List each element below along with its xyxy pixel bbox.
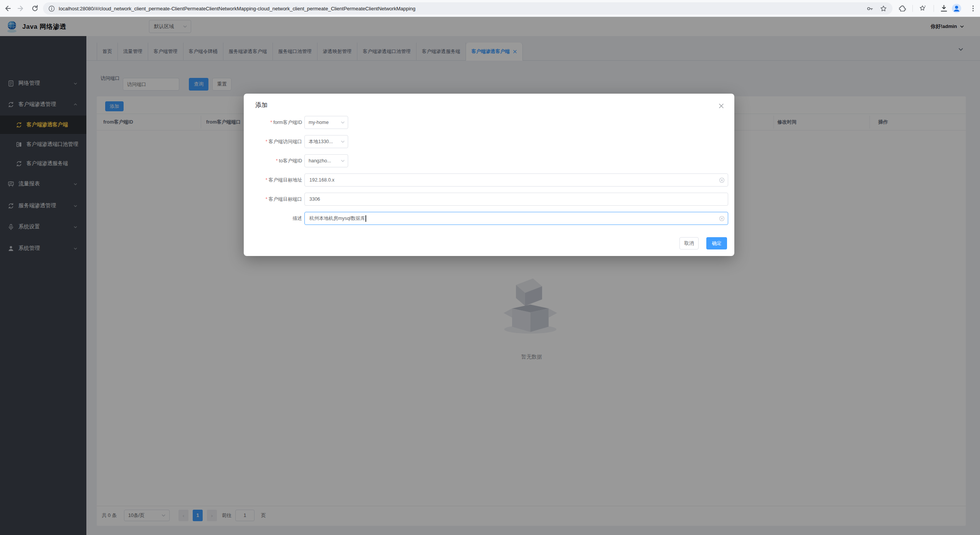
- url-text: localhost:28080/#/cloud_network_client_p…: [59, 6, 415, 12]
- field-label-form-client-id: *form客户端ID: [244, 116, 302, 129]
- chevron-down-icon: [340, 158, 345, 163]
- back-icon[interactable]: [3, 4, 12, 13]
- field-label-description: 描述: [244, 212, 302, 225]
- close-icon[interactable]: [718, 103, 724, 109]
- url-bar[interactable]: localhost:28080/#/cloud_network_client_p…: [43, 2, 892, 15]
- dialog-title: 添加: [255, 101, 268, 109]
- download-icon[interactable]: [940, 4, 948, 13]
- field-label-client-access-port: *客户端访问端口: [244, 135, 302, 148]
- divider: [934, 5, 934, 12]
- cancel-button[interactable]: 取消: [679, 237, 699, 249]
- profile-avatar[interactable]: [952, 3, 962, 13]
- confirm-button[interactable]: 确定: [706, 237, 727, 249]
- reload-icon[interactable]: [31, 4, 39, 13]
- client-target-address-input[interactable]: 192.168.0.x: [304, 173, 728, 187]
- kebab-menu-icon[interactable]: [969, 4, 977, 13]
- field-label-client-target-port: *客户端目标端口: [244, 193, 302, 206]
- clear-icon[interactable]: [719, 177, 725, 183]
- chevron-down-icon: [340, 120, 345, 125]
- client-access-port-select[interactable]: 本地1330...: [304, 135, 348, 148]
- key-icon[interactable]: [866, 5, 874, 12]
- browser-toolbar: localhost:28080/#/cloud_network_client_p…: [0, 0, 980, 17]
- sparkle-star-icon[interactable]: [919, 4, 927, 13]
- forward-icon[interactable]: [17, 4, 25, 13]
- text-cursor: [365, 215, 366, 222]
- site-info-icon[interactable]: [48, 5, 55, 12]
- description-input[interactable]: 杭州本地机房mysql数据库: [304, 212, 728, 225]
- field-label-to-client-id: *to客户端ID: [244, 154, 302, 167]
- clear-icon[interactable]: [719, 216, 725, 221]
- field-label-client-target-address: *客户端目标地址: [244, 173, 302, 187]
- chevron-down-icon: [340, 139, 345, 144]
- divider: [912, 5, 913, 12]
- to-client-id-select[interactable]: hangzho...: [304, 154, 348, 167]
- extensions-puzzle-icon[interactable]: [898, 4, 907, 13]
- client-target-port-input[interactable]: 3306: [304, 193, 728, 206]
- add-dialog: 添加 *form客户端ID my-home *客户端访问端口 本地1330...…: [244, 94, 734, 256]
- form-client-id-select[interactable]: my-home: [304, 116, 348, 129]
- screen: localhost:28080/#/cloud_network_client_p…: [0, 0, 980, 535]
- bookmark-star-icon[interactable]: [880, 5, 887, 12]
